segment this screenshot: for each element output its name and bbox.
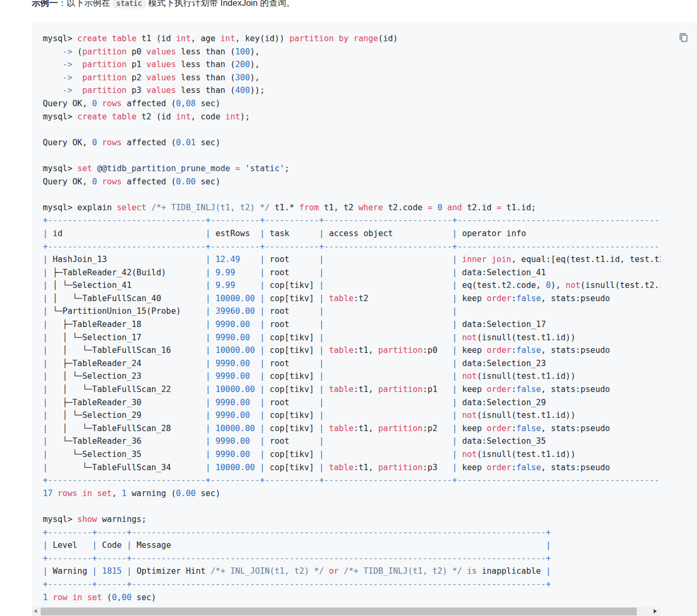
- scroll-left-arrow-icon[interactable]: [34, 609, 37, 613]
- code-line: | └─TableFullScan_34 | 10000.00 | cop[ti…: [43, 461, 661, 474]
- code-pre: mysql> create table t1 (id int, age int,…: [32, 22, 661, 603]
- code-line: | Level | Code | Message |: [43, 539, 661, 552]
- code-line: | │ └─Selection_17 | 9990.00 | cop[tikv]…: [43, 331, 661, 344]
- scrollbar-thumb[interactable]: [41, 608, 637, 615]
- code-scroll-area[interactable]: mysql> create table t1 (id int, age int,…: [32, 22, 661, 603]
- code-line: [43, 149, 661, 162]
- code-line: | │ └─Selection_23 | 9990.00 | cop[tikv]…: [43, 370, 661, 383]
- code-line: | │ └─TableFullScan_16 | 10000.00 | cop[…: [43, 344, 661, 357]
- horizontal-scrollbar[interactable]: [32, 607, 661, 616]
- code-line: +---------+------+----------------------…: [43, 578, 661, 591]
- code-line: 1 row in set (0,00 sec): [43, 591, 661, 603]
- code-line: | │ └─TableFullScan_28 | 10000.00 | cop[…: [43, 422, 661, 435]
- intro-text-pre: ：以下示例在: [58, 0, 113, 7]
- code-line: mysql> show warnings;: [43, 513, 661, 526]
- code-line: | └─PartitionUnion_15(Probe) | 39960.00 …: [43, 305, 661, 318]
- code-line: | └─TableReader_36 | 9990.00 | root | | …: [43, 435, 661, 448]
- code-line: | │ └─Selection_41 | 9.99 | cop[tikv] | …: [43, 279, 661, 292]
- copy-button[interactable]: [676, 31, 691, 45]
- code-line: | ├─TableReader_42(Build) | 9.99 | root …: [43, 266, 661, 279]
- code-line: | └─Selection_35 | 9990.00 | cop[tikv] |…: [43, 448, 661, 461]
- code-line: 17 rows in set, 1 warning (0.00 sec): [43, 487, 661, 500]
- code-line: mysql> explain select /*+ TIDB_INLJ(t1, …: [43, 201, 661, 214]
- code-line: | ├─TableReader_24 | 9990.00 | root | | …: [43, 357, 661, 370]
- code-line: mysql> create table t1 (id int, age int,…: [43, 32, 661, 45]
- code-line: +---------+------+----------------------…: [43, 552, 661, 565]
- code-line: mysql> set @@tidb_partition_prune_mode =…: [43, 162, 661, 175]
- code-line: -> partition p2 values less than (300),: [43, 71, 661, 85]
- code-line: | │ └─TableFullScan_40 | 10000.00 | cop[…: [43, 292, 661, 305]
- scroll-right-arrow-icon[interactable]: [654, 609, 657, 613]
- code-line: Query OK, 0 rows affected (0,08 sec): [43, 97, 661, 110]
- code-line: Query OK, 0 rows affected (0.00 sec): [43, 175, 661, 189]
- code-line: +--------------------------------+------…: [43, 214, 661, 227]
- code-line: | id | estRows | task | access object | …: [43, 227, 661, 240]
- code-line: -> partition p3 values less than (400));: [43, 84, 661, 97]
- code-line: -> partition p1 values less than (200),: [43, 58, 661, 71]
- code-line: [43, 500, 661, 513]
- intro-paragraph: 示例一：以下示例在 static 模式下执行计划带 IndexJoin 的查询。: [32, 0, 697, 10]
- code-line: [43, 188, 661, 201]
- code-line: -> (partition p0 values less than (100),: [43, 45, 661, 59]
- code-line: | │ └─TableFullScan_22 | 10000.00 | cop[…: [43, 383, 661, 396]
- inline-code-static: static: [113, 0, 146, 8]
- code-line: | ├─TableReader_30 | 9990.00 | root | | …: [43, 396, 661, 409]
- code-line: | ├─TableReader_18 | 9990.00 | root | | …: [43, 318, 661, 331]
- code-block: mysql> create table t1 (id int, age int,…: [32, 22, 697, 616]
- code-line: [43, 123, 661, 136]
- code-line: mysql> create table t2 (id int, code int…: [43, 110, 661, 124]
- code-line: | HashJoin_13 | 12.49 | root | | inner j…: [43, 253, 661, 266]
- copy-icon: [677, 37, 689, 45]
- code-line: | Warning | 1815 | Optimizer Hint /*+ IN…: [43, 565, 661, 578]
- code-line: +--------------------------------+------…: [43, 474, 661, 487]
- code-line: Query OK, 0 rows affected (0.01 sec): [43, 136, 661, 150]
- intro-text-post: 模式下执行计划带 IndexJoin 的查询。: [146, 0, 295, 7]
- intro-example-label: 示例一: [32, 0, 58, 7]
- code-line: | │ └─Selection_29 | 9990.00 | cop[tikv]…: [43, 409, 661, 422]
- code-line: +---------+------+----------------------…: [43, 526, 661, 539]
- code-line: +--------------------------------+------…: [43, 240, 661, 254]
